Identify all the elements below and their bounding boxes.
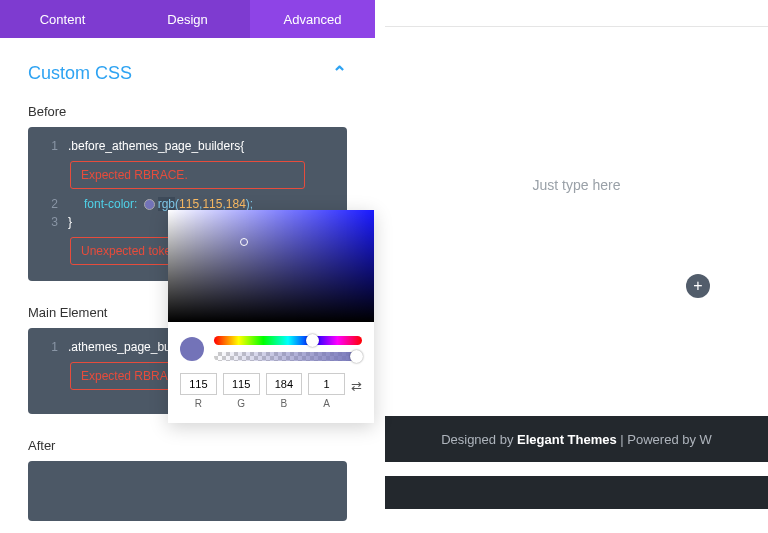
g-input[interactable]	[223, 373, 260, 395]
saturation-cursor[interactable]	[240, 238, 248, 246]
before-label: Before	[28, 104, 347, 119]
page-preview: Just type here + Designed by Elegant The…	[385, 0, 768, 533]
color-picker: R G B A ⇄	[168, 210, 374, 423]
tab-design[interactable]: Design	[125, 0, 250, 38]
error-message: Expected RBRACE.	[70, 161, 305, 189]
b-input[interactable]	[266, 373, 303, 395]
tab-bar: Content Design Advanced	[0, 0, 375, 38]
after-label: After	[28, 438, 347, 453]
section-title: Custom CSS	[28, 63, 132, 84]
color-swatch-icon[interactable]	[144, 199, 155, 210]
a-input[interactable]	[308, 373, 345, 395]
after-code-editor[interactable]	[28, 461, 347, 521]
hue-slider[interactable]	[214, 336, 362, 345]
footer-brand[interactable]: Elegant Themes	[517, 432, 617, 447]
chevron-up-icon: ⌃	[332, 62, 347, 84]
content-area[interactable]: Just type here	[385, 26, 768, 396]
alpha-slider[interactable]	[214, 352, 362, 361]
r-input[interactable]	[180, 373, 217, 395]
alpha-thumb[interactable]	[350, 350, 363, 363]
code-text: .before_athemes_page_builders{	[68, 139, 244, 153]
current-color-swatch	[180, 337, 204, 361]
tab-content[interactable]: Content	[0, 0, 125, 38]
admin-bar	[385, 476, 768, 509]
tab-advanced[interactable]: Advanced	[250, 0, 375, 38]
format-toggle-icon[interactable]: ⇄	[351, 379, 362, 404]
footer-credit: Designed by Elegant Themes | Powered by …	[385, 416, 768, 462]
placeholder-text: Just type here	[385, 177, 768, 193]
hue-thumb[interactable]	[306, 334, 319, 347]
plus-icon: +	[693, 277, 702, 295]
saturation-field[interactable]	[168, 210, 374, 322]
add-button[interactable]: +	[686, 274, 710, 298]
code-text: .athemes_page_bu	[68, 340, 171, 354]
section-header[interactable]: Custom CSS ⌃	[28, 62, 347, 84]
